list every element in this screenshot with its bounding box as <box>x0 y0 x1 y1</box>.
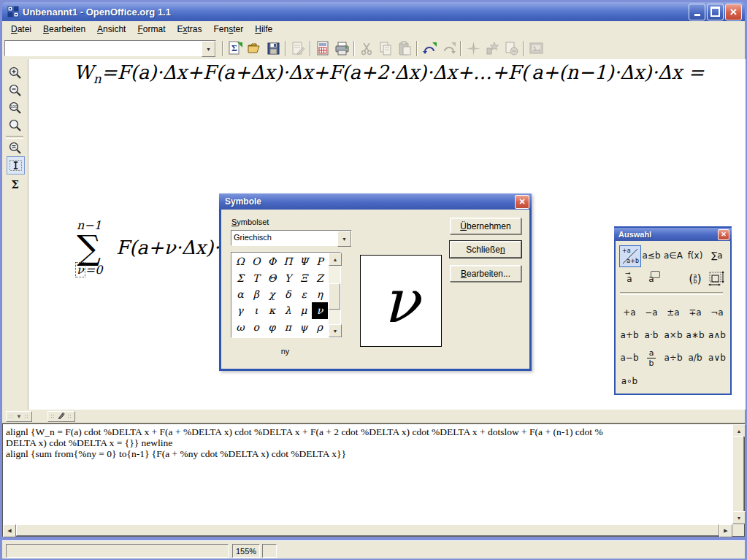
print-button[interactable] <box>333 39 351 58</box>
symbol-cell[interactable]: Ξ <box>296 269 312 285</box>
menu-item[interactable]: Bearbeiten <box>37 23 91 36</box>
op-slash[interactable]: a/b <box>685 348 705 368</box>
menu-item[interactable]: Hilfe <box>249 23 278 36</box>
symbol-cell[interactable]: λ <box>280 302 296 318</box>
close-dialog-button[interactable]: Schließen <box>450 241 521 258</box>
menu-item[interactable]: Extras <box>172 23 208 36</box>
dialog-close-button[interactable]: ✕ <box>515 195 529 209</box>
load-url-field[interactable] <box>5 41 202 55</box>
undo-button[interactable] <box>421 39 439 58</box>
zoom-out-button[interactable] <box>7 82 23 99</box>
symbolset-dropdown-icon[interactable]: ▼ <box>337 231 351 247</box>
op-a-minus-b[interactable]: a−b <box>619 348 640 368</box>
symbol-cell[interactable]: ο <box>248 319 264 335</box>
scroll-down-icon[interactable]: ▼ <box>732 511 746 524</box>
op-neg[interactable]: ¬a <box>707 302 727 323</box>
redo-button[interactable] <box>440 39 458 58</box>
drag-grip[interactable] <box>67 414 72 419</box>
symbol-cell[interactable]: Ψ <box>296 253 312 269</box>
op-circ[interactable]: a∘b <box>619 371 640 391</box>
category-attributes[interactable]: a → <box>619 269 640 289</box>
zoom-100-button[interactable]: 100 <box>7 99 23 116</box>
symbol-cell[interactable]: Θ <box>264 269 280 285</box>
palette-close-button[interactable]: ✕ <box>718 229 729 240</box>
symbol-cell[interactable]: κ <box>264 302 280 318</box>
category-unary-binary-operators[interactable]: +a a+b <box>619 245 641 267</box>
scrollbar-thumb[interactable] <box>329 283 340 310</box>
menu-item[interactable]: Fenster <box>208 23 250 36</box>
op-multsign[interactable]: a∗b <box>685 325 705 345</box>
docked-toolbar-stub[interactable] <box>47 411 75 422</box>
scroll-left-icon[interactable]: ◀ <box>3 524 16 537</box>
edit-button[interactable]: Bearbeiten... <box>450 265 521 282</box>
title-bar[interactable]: Unbenannt1 - OpenOffice.org 1.1 ✕ <box>2 2 745 21</box>
minimize-button[interactable] <box>689 4 705 20</box>
op-plus-a[interactable]: +a <box>619 302 640 323</box>
maximize-button[interactable] <box>707 4 724 20</box>
symbol-grid-scrollbar[interactable]: ▲ ▼ <box>329 253 340 337</box>
hyperlink-button[interactable] <box>502 39 521 58</box>
symbol-cell[interactable]: α <box>232 286 248 302</box>
close-button[interactable]: ✕ <box>725 4 742 20</box>
open-button[interactable] <box>245 39 264 58</box>
category-formats[interactable] <box>707 269 727 289</box>
symbol-cell[interactable]: η <box>312 286 328 302</box>
op-minus-a[interactable]: −a <box>641 302 662 323</box>
scroll-up-icon[interactable]: ▲ <box>329 253 342 266</box>
symbol-cell[interactable]: Ζ <box>312 269 328 285</box>
category-brackets[interactable]: (ab) <box>685 269 705 289</box>
scrollbar-thumb[interactable] <box>16 524 719 536</box>
command-window[interactable]: alignl {W_n = F(a) cdot %DELTA x + F(a +… <box>2 423 745 537</box>
drag-grip[interactable] <box>9 414 14 419</box>
category-functions[interactable]: f(x) <box>685 245 705 266</box>
edit-file-button[interactable] <box>289 39 307 58</box>
scroll-right-icon[interactable]: ▶ <box>719 524 732 537</box>
dialog-title-bar[interactable]: Symbole ✕ <box>219 193 532 210</box>
symbol-cell[interactable]: Φ <box>264 253 280 269</box>
symbol-cell[interactable]: β <box>248 286 264 302</box>
formula-cursor-button[interactable] <box>7 156 25 174</box>
load-url-dropdown-icon[interactable]: ▼ <box>202 41 215 57</box>
symbol-cell[interactable]: ι <box>248 302 264 318</box>
stylist-button[interactable] <box>483 39 502 58</box>
op-plusminus[interactable]: ±a <box>663 302 683 323</box>
symbol-cell[interactable]: δ <box>280 286 296 302</box>
symbol-cell[interactable]: ω <box>232 319 248 335</box>
category-others[interactable]: a <box>641 269 662 289</box>
cut-button[interactable] <box>358 39 376 58</box>
symbol-cell[interactable]: ε <box>296 286 312 302</box>
symbol-cell[interactable]: π <box>280 319 296 335</box>
symbolset-combobox[interactable]: Griechisch ▼ <box>231 230 352 246</box>
symbol-cell[interactable]: Ω <box>232 253 248 269</box>
symbol-cell[interactable]: φ <box>264 319 280 335</box>
update-view-button[interactable] <box>7 139 23 156</box>
zoom-level-field[interactable]: 155% <box>232 544 260 558</box>
symbol-cell[interactable]: Υ <box>280 269 296 285</box>
op-minusplus[interactable]: ∓a <box>685 302 705 323</box>
gallery-button[interactable] <box>527 39 545 58</box>
menu-item[interactable]: Datei <box>5 23 37 36</box>
copy-button[interactable] <box>377 39 395 58</box>
category-relations[interactable]: a≤b <box>641 245 662 266</box>
op-cdot[interactable]: a·b <box>641 325 662 345</box>
op-times[interactable]: a×b <box>663 325 683 345</box>
command-horizontal-scrollbar[interactable]: ◀ ▶ <box>3 524 732 536</box>
drag-grip[interactable] <box>24 414 29 419</box>
menu-item[interactable]: Ansicht <box>91 23 131 36</box>
op-and[interactable]: a∧b <box>707 325 727 345</box>
symbol-cell[interactable]: Π <box>280 253 296 269</box>
op-a-plus-b[interactable]: a+b <box>619 325 640 345</box>
op-fraction[interactable]: ab <box>641 348 662 368</box>
symbol-cell[interactable]: Ο <box>248 253 264 269</box>
drag-grip[interactable] <box>50 414 55 419</box>
symbols-catalog-button[interactable]: Σ <box>7 176 23 193</box>
save-button[interactable] <box>264 39 283 58</box>
symbol-cell[interactable]: ρ <box>312 319 328 335</box>
command-vertical-scrollbar[interactable]: ▲ ▼ <box>732 424 744 524</box>
op-or[interactable]: a∨b <box>707 348 727 368</box>
document-table-button[interactable] <box>314 39 332 58</box>
zoom-in-button[interactable] <box>7 64 23 81</box>
load-url-combo[interactable]: ▼ <box>4 40 216 56</box>
symbol-cell[interactable]: Ρ <box>312 253 328 269</box>
zoom-all-button[interactable] <box>7 117 23 134</box>
